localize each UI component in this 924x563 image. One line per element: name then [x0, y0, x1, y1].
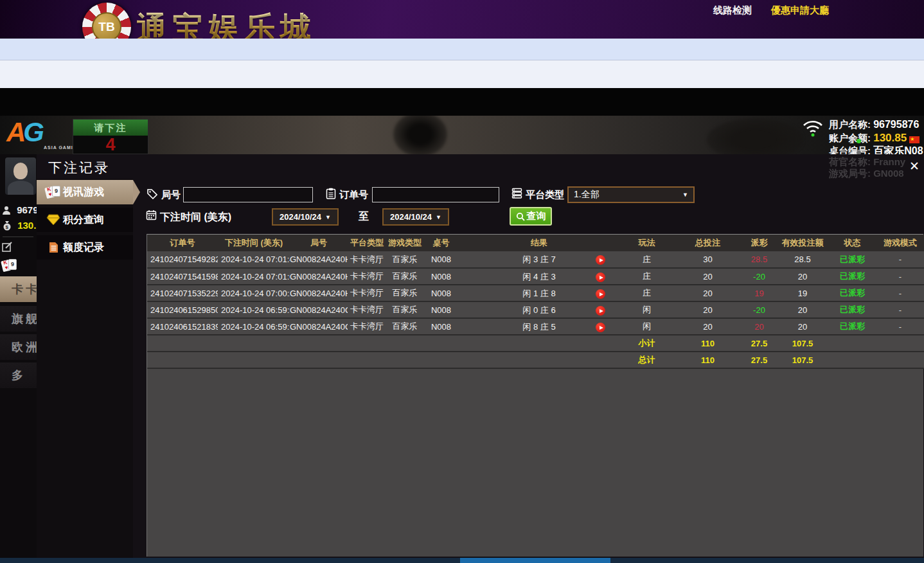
document-icon	[44, 242, 63, 253]
date-range-to-label: 至	[359, 210, 369, 224]
hall-item-europe[interactable]: 欧洲	[0, 334, 37, 360]
bet-countdown-panel: 请下注 4	[73, 119, 148, 154]
line-1-status-dot	[857, 139, 861, 143]
cell-table-no: N008	[423, 251, 459, 268]
cell-result: 闲 1 庄 8	[459, 285, 619, 301]
avatar-head	[13, 163, 28, 179]
cell-game: 百家乐	[386, 318, 423, 335]
line-indicator-1[interactable]: 1	[849, 136, 861, 145]
bet-time-label: 下注时间 (美东)	[160, 211, 231, 224]
total-empty	[828, 352, 876, 368]
order-number-label: 订单号	[339, 189, 368, 201]
tab-points-query[interactable]: 积分查询	[37, 208, 133, 232]
balance-value: 130.85	[873, 132, 907, 144]
cell-status: 已派彩	[828, 301, 876, 318]
user-name-row: 用户名称: 96795876	[829, 119, 919, 131]
date-from-picker[interactable]: 2024/10/24▼	[272, 208, 339, 226]
header-result: 结果	[459, 235, 619, 251]
replay-play-button[interactable]	[596, 323, 605, 332]
screen: TB 通宝娱乐城 线路检测 優惠申請大廳 A G Asia Gaming - G…	[0, 0, 924, 563]
money-bag-icon: $	[2, 220, 12, 231]
subtotal-payout: 27.5	[742, 335, 777, 352]
cell-mode: -	[876, 318, 924, 335]
cell-valid: 20	[777, 301, 828, 318]
subtotal-empty	[828, 335, 876, 352]
cell-result: 闲 4 庄 3	[459, 268, 619, 285]
tab-label: 积分查询	[63, 213, 104, 227]
site-title: 通宝娱乐城	[136, 8, 316, 39]
round-number-input[interactable]	[183, 187, 313, 202]
cell-valid: 19	[777, 285, 828, 301]
play-icon	[600, 258, 603, 262]
chevron-down-icon: ▼	[325, 214, 331, 220]
cell-result: 闲 3 庄 7	[459, 251, 619, 268]
subtotal-bet: 110	[674, 335, 742, 352]
round-number-label: 局号	[161, 189, 181, 201]
date-to-picker[interactable]: 2024/10/24▼	[382, 208, 449, 226]
cell-payout: 20	[742, 318, 777, 335]
cell-order: 241024061521839	[147, 318, 218, 335]
ag-logo-g: G	[23, 117, 44, 147]
cell-payout: -20	[742, 301, 777, 318]
search-button-label: 查询	[527, 210, 546, 222]
tab-video-games[interactable]: K♥ 9 视讯游戏	[37, 180, 133, 204]
countdown-number: 4	[73, 136, 148, 154]
header-game-mode: 游戏模式	[876, 235, 924, 251]
dealer-silhouette	[393, 116, 447, 154]
table-row: 241024071549282 2024-10-24 07:01:45 GN00…	[147, 251, 924, 268]
table-row: 241024071535229 2024-10-24 07:00:27 GN00…	[147, 285, 924, 301]
line-check-link[interactable]: 线路检测	[713, 4, 752, 17]
total-payout: 27.5	[742, 352, 777, 368]
cell-status: 已派彩	[828, 268, 876, 285]
cell-payout: 28.5	[742, 251, 777, 268]
cell-play: 闲	[619, 301, 674, 318]
total-bet: 110	[674, 352, 742, 368]
header-round: 局号	[290, 235, 348, 251]
header-order: 订单号	[147, 235, 218, 251]
lobby-edit-item[interactable]	[2, 242, 15, 253]
player-silhouette	[707, 118, 803, 154]
hall-item-flagship[interactable]: 旗舰	[0, 306, 37, 332]
dealer-name-ghost-text: 荷官名称: Franny	[829, 156, 905, 168]
line-indicator-2[interactable]: 2	[849, 148, 861, 154]
cell-table-no: N008	[423, 268, 459, 285]
replay-play-button[interactable]	[596, 306, 605, 316]
header-payout: 派彩	[742, 235, 777, 251]
clipboard-icon	[326, 188, 336, 199]
replay-play-button[interactable]	[596, 289, 605, 299]
cell-order: 241024071541598	[147, 268, 218, 285]
lobby-video-game-item[interactable]: K♥ 9	[2, 258, 17, 274]
promo-hall-link[interactable]: 優惠申請大廳	[771, 4, 829, 17]
bottom-scroll-segment[interactable]	[460, 558, 610, 563]
avatar[interactable]	[5, 157, 36, 195]
cell-platform: 卡卡湾厅	[348, 268, 386, 285]
total-empty	[876, 352, 924, 368]
cell-time: 2024-10-24 07:00:27	[218, 285, 290, 301]
ag-logo: AG ASIA GAMING	[6, 117, 84, 153]
dialog-close-button[interactable]: ✕	[905, 158, 923, 175]
platform-type-select[interactable]: 1.全部 ▼	[567, 186, 695, 203]
cards-icon: K♥ 9	[2, 258, 17, 273]
search-button[interactable]: 查询	[510, 207, 552, 226]
replay-play-button[interactable]	[596, 273, 605, 282]
hall-item-multi[interactable]: 多	[0, 362, 37, 388]
user-name-value: 96795876	[873, 119, 919, 130]
table-number-value: 百家乐N08	[873, 145, 923, 154]
play-icon	[600, 292, 603, 296]
hall-item-kakawan[interactable]: 卡卡	[0, 276, 37, 302]
url-bar[interactable]: gci.l842tbgc.com/agingame/pcv1/index.jsp…	[0, 60, 924, 88]
order-number-input[interactable]	[372, 187, 499, 202]
tab-quota-records[interactable]: 额度记录	[37, 235, 133, 260]
cell-valid: 20	[777, 318, 828, 335]
bet-records-dialog: 下注记录 荷官名称: Franny 游戏局号: GN008 ✕ K♥ 9 视讯游…	[37, 154, 924, 558]
cell-bet: 20	[674, 318, 742, 335]
total-spacer	[147, 352, 619, 368]
cell-round: GN00824A240H0	[290, 285, 348, 301]
table-row: 241024061521839 2024-10-24 06:59:10 GN00…	[147, 318, 924, 335]
china-flag-icon: ★	[909, 136, 920, 143]
cell-game: 百家乐	[386, 268, 423, 285]
cell-play: 庄	[619, 285, 674, 301]
replay-play-button[interactable]	[596, 255, 605, 265]
window-titlebar: A G Asia Gaming - Google Chrome	[0, 39, 924, 60]
live-video-strip: AG ASIA GAMING 请下注 4 用户名称: 96795876 账户余额…	[0, 116, 924, 154]
